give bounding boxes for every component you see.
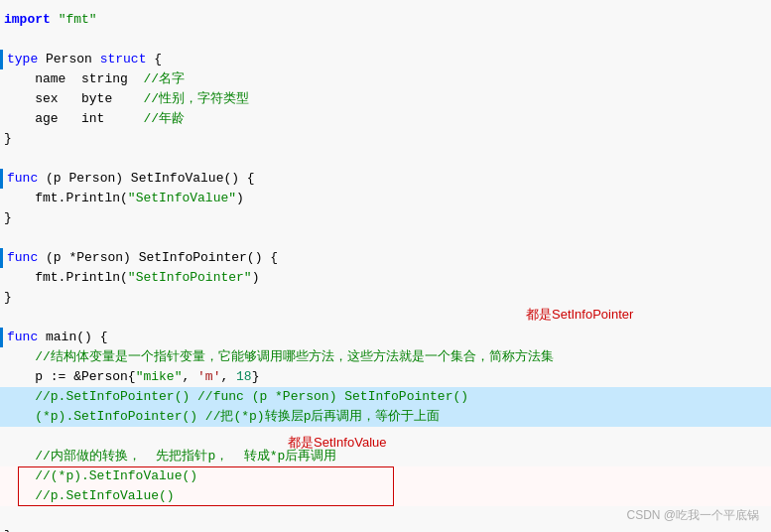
code-line: }	[0, 526, 771, 532]
code-line	[0, 228, 771, 248]
code-line: func main() {	[0, 328, 771, 347]
annotation-setinfovalue: 都是SetInfoValue	[288, 434, 386, 452]
watermark: CSDN @吃我一个平底锅	[626, 507, 759, 524]
code-line: sex byte //性别，字符类型	[0, 89, 771, 109]
line-marker	[0, 328, 3, 347]
code-line: }	[0, 288, 771, 308]
code-line: }	[0, 208, 771, 228]
code-line: age int //年龄	[0, 109, 771, 129]
code-line: fmt.Println("SetInfoPointer")	[0, 268, 771, 288]
line-marker	[0, 248, 3, 268]
code-line: type Person struct {	[0, 50, 771, 69]
line-marker	[0, 169, 3, 189]
code-line: func (p *Person) SetInfoPointer() {	[0, 248, 771, 268]
code-line	[0, 149, 771, 169]
code-line-highlighted: (*p).SetInfoPointer() //把(*p)转换层p后再调用，等价…	[0, 407, 771, 427]
code-line: }	[0, 129, 771, 149]
annotation-setinfopointer: 都是SetInfoPointer	[526, 306, 633, 324]
code-line: fmt.Println("SetInfoValue")	[0, 189, 771, 208]
redbox-group: //(*p).SetInfoValue() //p.SetInfoValue()	[0, 466, 771, 506]
code-line: //结构体变量是一个指针变量，它能够调用哪些方法，这些方法就是一个集合，简称方法…	[0, 347, 771, 367]
code-container: import "fmt" type Person struct { name s…	[0, 0, 771, 532]
code-line-highlighted: //p.SetInfoPointer() //func (p *Person) …	[0, 387, 771, 407]
code-line: import "fmt"	[0, 10, 771, 30]
code-line: name string //名字	[0, 69, 771, 89]
code-line	[0, 30, 771, 50]
code-line	[0, 308, 771, 328]
code-line: p := &Person{"mike", 'm', 18}	[0, 367, 771, 387]
code-line: func (p Person) SetInfoValue() {	[0, 169, 771, 189]
code-line-redbox: //(*p).SetInfoValue()	[0, 466, 771, 486]
code-line-redbox: //p.SetInfoValue()	[0, 486, 771, 506]
line-marker	[0, 50, 3, 69]
